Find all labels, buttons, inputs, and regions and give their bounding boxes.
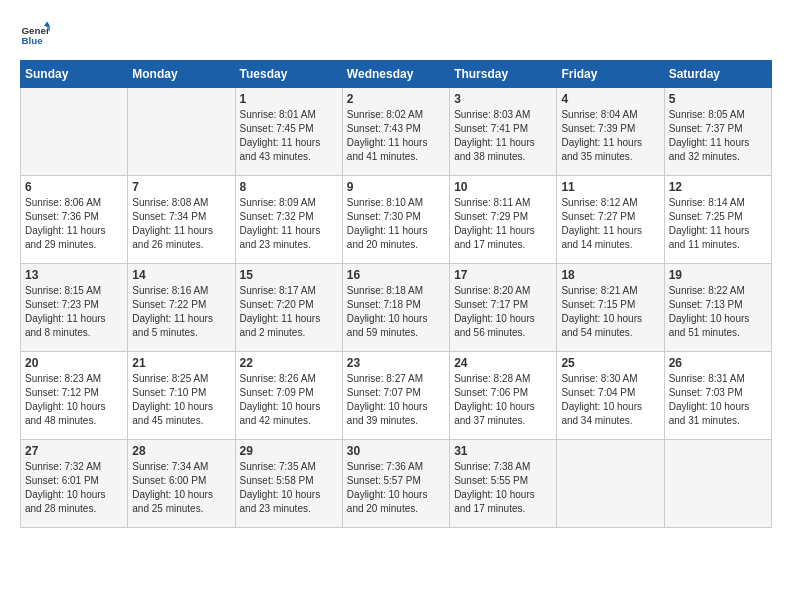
day-number: 17 — [454, 268, 552, 282]
calendar-cell: 18Sunrise: 8:21 AMSunset: 7:15 PMDayligh… — [557, 264, 664, 352]
calendar-cell: 19Sunrise: 8:22 AMSunset: 7:13 PMDayligh… — [664, 264, 771, 352]
day-number: 25 — [561, 356, 659, 370]
day-header: Friday — [557, 61, 664, 88]
day-info: Sunrise: 8:31 AMSunset: 7:03 PMDaylight:… — [669, 372, 767, 428]
calendar-cell: 16Sunrise: 8:18 AMSunset: 7:18 PMDayligh… — [342, 264, 449, 352]
calendar-week-row: 6Sunrise: 8:06 AMSunset: 7:36 PMDaylight… — [21, 176, 772, 264]
calendar-cell: 9Sunrise: 8:10 AMSunset: 7:30 PMDaylight… — [342, 176, 449, 264]
day-info: Sunrise: 8:20 AMSunset: 7:17 PMDaylight:… — [454, 284, 552, 340]
day-number: 12 — [669, 180, 767, 194]
day-number: 15 — [240, 268, 338, 282]
calendar-cell: 25Sunrise: 8:30 AMSunset: 7:04 PMDayligh… — [557, 352, 664, 440]
day-header: Saturday — [664, 61, 771, 88]
day-info: Sunrise: 8:04 AMSunset: 7:39 PMDaylight:… — [561, 108, 659, 164]
day-info: Sunrise: 8:01 AMSunset: 7:45 PMDaylight:… — [240, 108, 338, 164]
day-header: Thursday — [450, 61, 557, 88]
day-info: Sunrise: 8:28 AMSunset: 7:06 PMDaylight:… — [454, 372, 552, 428]
day-info: Sunrise: 7:35 AMSunset: 5:58 PMDaylight:… — [240, 460, 338, 516]
day-info: Sunrise: 8:09 AMSunset: 7:32 PMDaylight:… — [240, 196, 338, 252]
day-info: Sunrise: 8:23 AMSunset: 7:12 PMDaylight:… — [25, 372, 123, 428]
day-number: 3 — [454, 92, 552, 106]
calendar-cell: 4Sunrise: 8:04 AMSunset: 7:39 PMDaylight… — [557, 88, 664, 176]
day-number: 5 — [669, 92, 767, 106]
day-info: Sunrise: 8:26 AMSunset: 7:09 PMDaylight:… — [240, 372, 338, 428]
calendar-cell: 15Sunrise: 8:17 AMSunset: 7:20 PMDayligh… — [235, 264, 342, 352]
calendar-cell: 6Sunrise: 8:06 AMSunset: 7:36 PMDaylight… — [21, 176, 128, 264]
day-info: Sunrise: 8:22 AMSunset: 7:13 PMDaylight:… — [669, 284, 767, 340]
calendar-table: SundayMondayTuesdayWednesdayThursdayFrid… — [20, 60, 772, 528]
svg-marker-2 — [44, 22, 50, 27]
day-number: 9 — [347, 180, 445, 194]
logo: General Blue — [20, 20, 52, 50]
day-number: 10 — [454, 180, 552, 194]
day-number: 30 — [347, 444, 445, 458]
day-number: 18 — [561, 268, 659, 282]
calendar-cell: 3Sunrise: 8:03 AMSunset: 7:41 PMDaylight… — [450, 88, 557, 176]
day-info: Sunrise: 8:25 AMSunset: 7:10 PMDaylight:… — [132, 372, 230, 428]
day-number: 31 — [454, 444, 552, 458]
calendar-cell: 2Sunrise: 8:02 AMSunset: 7:43 PMDaylight… — [342, 88, 449, 176]
calendar-cell: 13Sunrise: 8:15 AMSunset: 7:23 PMDayligh… — [21, 264, 128, 352]
day-info: Sunrise: 8:30 AMSunset: 7:04 PMDaylight:… — [561, 372, 659, 428]
day-info: Sunrise: 8:14 AMSunset: 7:25 PMDaylight:… — [669, 196, 767, 252]
day-number: 11 — [561, 180, 659, 194]
day-info: Sunrise: 8:12 AMSunset: 7:27 PMDaylight:… — [561, 196, 659, 252]
calendar-cell: 14Sunrise: 8:16 AMSunset: 7:22 PMDayligh… — [128, 264, 235, 352]
day-info: Sunrise: 8:21 AMSunset: 7:15 PMDaylight:… — [561, 284, 659, 340]
calendar-cell: 28Sunrise: 7:34 AMSunset: 6:00 PMDayligh… — [128, 440, 235, 528]
day-number: 1 — [240, 92, 338, 106]
day-info: Sunrise: 8:11 AMSunset: 7:29 PMDaylight:… — [454, 196, 552, 252]
day-info: Sunrise: 8:08 AMSunset: 7:34 PMDaylight:… — [132, 196, 230, 252]
day-info: Sunrise: 8:17 AMSunset: 7:20 PMDaylight:… — [240, 284, 338, 340]
calendar-cell — [128, 88, 235, 176]
day-number: 13 — [25, 268, 123, 282]
day-info: Sunrise: 7:36 AMSunset: 5:57 PMDaylight:… — [347, 460, 445, 516]
logo-icon: General Blue — [20, 20, 50, 50]
day-info: Sunrise: 8:03 AMSunset: 7:41 PMDaylight:… — [454, 108, 552, 164]
day-info: Sunrise: 7:32 AMSunset: 6:01 PMDaylight:… — [25, 460, 123, 516]
calendar-week-row: 1Sunrise: 8:01 AMSunset: 7:45 PMDaylight… — [21, 88, 772, 176]
calendar-cell: 26Sunrise: 8:31 AMSunset: 7:03 PMDayligh… — [664, 352, 771, 440]
day-number: 21 — [132, 356, 230, 370]
svg-text:Blue: Blue — [22, 35, 44, 46]
calendar-cell: 27Sunrise: 7:32 AMSunset: 6:01 PMDayligh… — [21, 440, 128, 528]
calendar-cell: 21Sunrise: 8:25 AMSunset: 7:10 PMDayligh… — [128, 352, 235, 440]
day-header: Sunday — [21, 61, 128, 88]
day-number: 23 — [347, 356, 445, 370]
day-number: 29 — [240, 444, 338, 458]
day-number: 22 — [240, 356, 338, 370]
calendar-cell: 10Sunrise: 8:11 AMSunset: 7:29 PMDayligh… — [450, 176, 557, 264]
day-header: Monday — [128, 61, 235, 88]
day-info: Sunrise: 8:02 AMSunset: 7:43 PMDaylight:… — [347, 108, 445, 164]
calendar-cell: 20Sunrise: 8:23 AMSunset: 7:12 PMDayligh… — [21, 352, 128, 440]
day-number: 16 — [347, 268, 445, 282]
page-header: General Blue — [20, 20, 772, 50]
calendar-cell: 24Sunrise: 8:28 AMSunset: 7:06 PMDayligh… — [450, 352, 557, 440]
day-info: Sunrise: 8:10 AMSunset: 7:30 PMDaylight:… — [347, 196, 445, 252]
day-info: Sunrise: 8:06 AMSunset: 7:36 PMDaylight:… — [25, 196, 123, 252]
calendar-cell: 1Sunrise: 8:01 AMSunset: 7:45 PMDaylight… — [235, 88, 342, 176]
day-info: Sunrise: 7:38 AMSunset: 5:55 PMDaylight:… — [454, 460, 552, 516]
day-number: 7 — [132, 180, 230, 194]
calendar-cell — [664, 440, 771, 528]
calendar-cell — [557, 440, 664, 528]
day-number: 6 — [25, 180, 123, 194]
calendar-cell: 17Sunrise: 8:20 AMSunset: 7:17 PMDayligh… — [450, 264, 557, 352]
day-number: 26 — [669, 356, 767, 370]
day-number: 27 — [25, 444, 123, 458]
calendar-cell: 8Sunrise: 8:09 AMSunset: 7:32 PMDaylight… — [235, 176, 342, 264]
day-number: 28 — [132, 444, 230, 458]
calendar-week-row: 27Sunrise: 7:32 AMSunset: 6:01 PMDayligh… — [21, 440, 772, 528]
day-info: Sunrise: 8:15 AMSunset: 7:23 PMDaylight:… — [25, 284, 123, 340]
day-number: 8 — [240, 180, 338, 194]
calendar-cell: 12Sunrise: 8:14 AMSunset: 7:25 PMDayligh… — [664, 176, 771, 264]
day-number: 19 — [669, 268, 767, 282]
day-number: 20 — [25, 356, 123, 370]
calendar-cell: 5Sunrise: 8:05 AMSunset: 7:37 PMDaylight… — [664, 88, 771, 176]
calendar-cell: 29Sunrise: 7:35 AMSunset: 5:58 PMDayligh… — [235, 440, 342, 528]
calendar-week-row: 20Sunrise: 8:23 AMSunset: 7:12 PMDayligh… — [21, 352, 772, 440]
day-number: 4 — [561, 92, 659, 106]
header-row: SundayMondayTuesdayWednesdayThursdayFrid… — [21, 61, 772, 88]
day-info: Sunrise: 8:16 AMSunset: 7:22 PMDaylight:… — [132, 284, 230, 340]
calendar-cell: 23Sunrise: 8:27 AMSunset: 7:07 PMDayligh… — [342, 352, 449, 440]
